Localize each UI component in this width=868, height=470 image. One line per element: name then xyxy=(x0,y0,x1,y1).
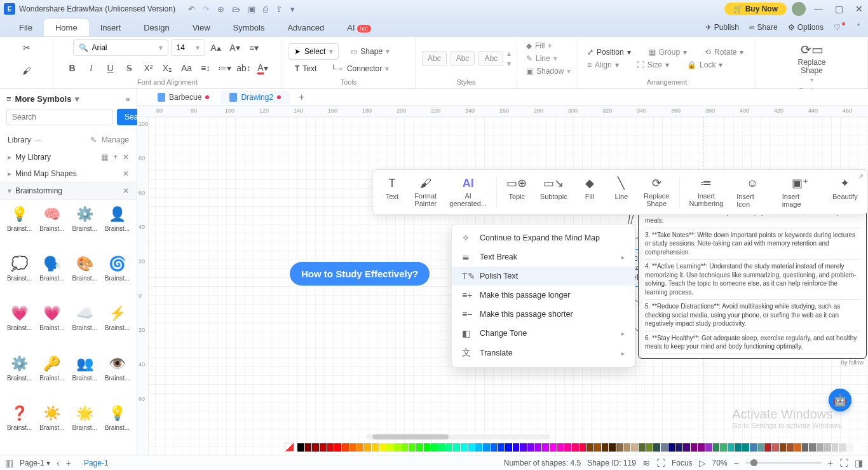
line-button[interactable]: ✎Line▾ xyxy=(524,53,560,64)
canvas[interactable]: 100806040200204060 How to Study Effectiv… xyxy=(137,117,868,455)
ai-assistant-fab[interactable]: 🤖 xyxy=(829,389,851,411)
color-swatch[interactable] xyxy=(498,443,505,452)
text-direction-icon[interactable]: ab↕ xyxy=(236,60,252,76)
color-swatch[interactable] xyxy=(616,443,623,452)
prev-page-icon[interactable]: ‹ xyxy=(57,458,60,468)
cut-icon[interactable]: ✂ xyxy=(18,39,35,56)
fill-button[interactable]: ◆Fill▾ xyxy=(524,41,554,51)
panel-toggle-icon[interactable]: ◨ xyxy=(855,458,863,468)
ft-line[interactable]: ╲Line xyxy=(606,175,637,209)
ft-text[interactable]: TText xyxy=(377,175,407,209)
menu-symbols[interactable]: Symbols xyxy=(222,19,276,36)
canvas-scrollbar[interactable] xyxy=(366,434,550,439)
ft-replace-shape[interactable]: ⟳Replace Shape xyxy=(638,175,675,209)
color-swatch[interactable] xyxy=(661,443,668,452)
menu-insert[interactable]: Insert xyxy=(89,19,133,36)
superscript-icon[interactable]: X² xyxy=(140,60,157,76)
color-swatch[interactable] xyxy=(757,443,764,452)
ft-fill[interactable]: ◆Fill xyxy=(574,175,605,209)
qat-more-icon[interactable]: ▾ xyxy=(290,4,295,14)
edit-icon[interactable]: ✎ xyxy=(90,135,97,144)
ctx-text-break[interactable]: ≣Text Break▸ xyxy=(452,247,635,266)
ft-insert-image[interactable]: ▣⁺Insert image xyxy=(776,175,825,209)
hamburger-icon[interactable]: ≡ xyxy=(6,94,11,104)
shape-thumbnail[interactable]: 🌀Brainst... xyxy=(102,254,133,300)
ctx-make-shorter[interactable]: ≡−Make this passage shorter xyxy=(452,305,635,324)
color-swatch[interactable] xyxy=(342,443,349,452)
color-swatch[interactable] xyxy=(402,443,409,452)
ft-insert-icon[interactable]: ☺Insert Icon xyxy=(730,175,774,209)
color-swatch[interactable] xyxy=(475,443,482,452)
styles-down-icon[interactable]: ▾ xyxy=(507,59,511,68)
options-button[interactable]: ⚙Options xyxy=(788,23,824,32)
shape-thumbnail[interactable]: ☀️Brainst... xyxy=(36,404,67,450)
color-swatch[interactable] xyxy=(646,443,653,452)
style-preset[interactable]: Abc xyxy=(478,51,503,66)
color-swatch[interactable] xyxy=(297,443,304,452)
page-selector[interactable]: Page-1 ▾ xyxy=(20,459,50,467)
menu-home[interactable]: Home xyxy=(44,19,89,36)
export-icon[interactable]: ⇪ xyxy=(276,4,283,14)
position-button[interactable]: ⤢Position▾ xyxy=(585,47,634,57)
mm-item[interactable]: 3. **Take Notes**: Write down important … xyxy=(645,228,860,260)
ft-ai-generated[interactable]: AIAI generated... xyxy=(444,175,492,209)
align-button[interactable]: ≡Align▾ xyxy=(585,60,621,70)
shape-thumbnail[interactable]: 🔑Brainst... xyxy=(36,354,67,400)
color-swatch[interactable] xyxy=(364,443,371,452)
color-swatch[interactable] xyxy=(824,443,831,452)
color-swatch[interactable] xyxy=(305,443,312,452)
color-swatch[interactable] xyxy=(327,443,334,452)
add-page-icon[interactable]: + xyxy=(66,458,71,468)
present-icon[interactable]: ▷ xyxy=(699,458,706,468)
root-topic-node[interactable]: How to Study Effectively? xyxy=(290,262,430,286)
color-swatch[interactable] xyxy=(609,443,616,452)
color-swatch[interactable] xyxy=(832,443,839,452)
plus-icon-small[interactable]: + xyxy=(113,153,118,162)
subscript-icon[interactable]: X₂ xyxy=(159,60,176,76)
lock-button[interactable]: 🔒Lock▾ xyxy=(684,60,725,70)
zoom-in-icon[interactable]: + xyxy=(828,458,833,468)
color-swatch[interactable] xyxy=(394,443,401,452)
menu-advanced[interactable]: Advanced xyxy=(276,19,336,36)
doc-tab-barbecue[interactable]: Barbecue xyxy=(149,91,218,104)
fit-icon[interactable]: ⛶ xyxy=(656,458,665,468)
color-swatch[interactable] xyxy=(809,443,816,452)
grid-icon[interactable]: ▦ xyxy=(101,153,108,162)
menu-file[interactable]: File xyxy=(8,19,44,36)
shape-thumbnail[interactable]: 💡Brainst... xyxy=(4,205,35,251)
color-swatch[interactable] xyxy=(587,443,593,452)
bullets-icon[interactable]: ≔▾ xyxy=(217,60,233,76)
group-button[interactable]: ▦Group▾ xyxy=(646,47,689,57)
rotate-button[interactable]: ⟲Rotate▾ xyxy=(702,47,746,57)
remove-x-icon[interactable]: ✕ xyxy=(123,153,129,162)
color-swatch[interactable] xyxy=(742,443,749,452)
color-swatch[interactable] xyxy=(631,443,638,452)
color-swatch[interactable] xyxy=(357,443,364,452)
color-swatch[interactable] xyxy=(386,443,393,452)
increase-font-icon[interactable]: A▴ xyxy=(208,39,224,56)
ft-topic[interactable]: ▭⊕Topic xyxy=(501,175,533,209)
color-swatch[interactable] xyxy=(409,443,416,452)
minimize-icon[interactable]: — xyxy=(813,4,824,14)
undo-icon[interactable]: ↶ xyxy=(188,4,195,14)
page-layout-icon[interactable]: ▥ xyxy=(5,458,13,468)
pin-icon[interactable]: ⇗ xyxy=(858,172,864,181)
line-spacing-icon[interactable]: ≡↕ xyxy=(198,60,214,76)
fullscreen-icon[interactable]: ⛶ xyxy=(839,458,848,468)
connector-tool[interactable]: └→Connector▾ xyxy=(328,64,391,74)
shape-thumbnail[interactable]: 👁️Brainst... xyxy=(102,354,133,400)
color-swatch[interactable] xyxy=(594,443,601,452)
my-library-row[interactable]: ▸ My Library ▦+✕ xyxy=(0,149,137,165)
mm-item[interactable]: 4. **Active Learning**: Understand the s… xyxy=(645,259,860,300)
doc-tab-drawing2[interactable]: Drawing2 xyxy=(220,91,290,104)
color-swatch[interactable] xyxy=(379,443,386,452)
save-icon[interactable]: ▣ xyxy=(248,4,255,14)
open-icon[interactable]: 🗁 xyxy=(232,4,240,14)
styles-up-icon[interactable]: ▴ xyxy=(507,49,511,58)
color-swatch[interactable] xyxy=(446,443,453,452)
maximize-icon[interactable]: ▢ xyxy=(834,4,844,14)
bold-icon[interactable]: B xyxy=(64,60,81,76)
new-icon[interactable]: ⊕ xyxy=(217,4,224,14)
shape-tool[interactable]: ▭Shape▾ xyxy=(348,43,392,60)
color-swatch[interactable] xyxy=(705,443,712,452)
